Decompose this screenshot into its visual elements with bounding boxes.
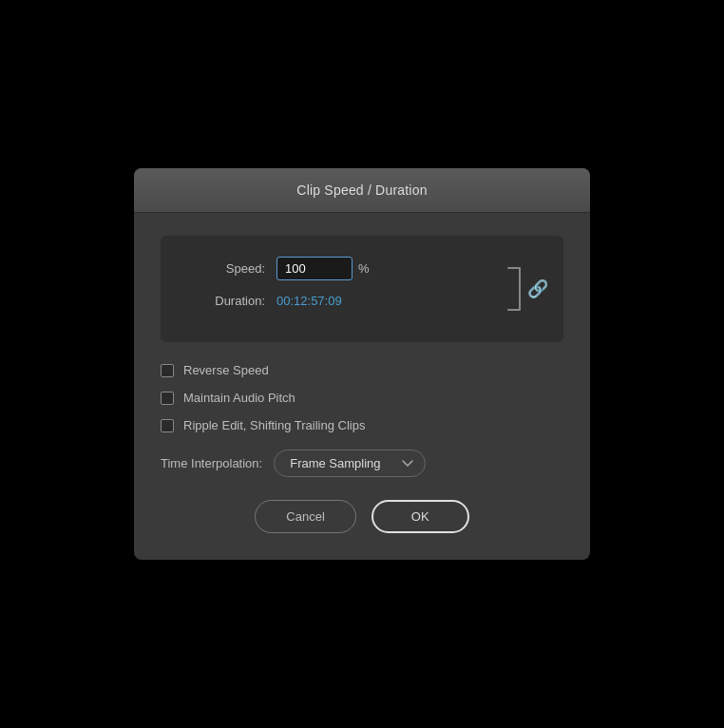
link-bracket-container: 🔗 <box>505 264 548 314</box>
reverse-speed-label: Reverse Speed <box>183 363 269 377</box>
reverse-speed-row: Reverse Speed <box>161 363 563 377</box>
dialog-title: Clip Speed / Duration <box>296 182 427 198</box>
percent-symbol: % <box>358 261 370 276</box>
interpolation-label: Time Interpolation: <box>161 456 262 470</box>
ok-button[interactable]: OK <box>372 500 469 533</box>
duration-row: Duration: 00:12:57:09 <box>180 294 544 308</box>
speed-label: Speed: <box>180 261 265 276</box>
speed-row: Speed: % <box>180 257 544 280</box>
maintain-audio-row: Maintain Audio Pitch <box>161 391 563 405</box>
speed-input[interactable] <box>276 257 352 280</box>
bracket-icon <box>505 264 524 314</box>
ripple-edit-row: Ripple Edit, Shifting Trailing Clips <box>161 418 563 432</box>
dialog-titlebar: Clip Speed / Duration <box>134 168 590 213</box>
reverse-speed-checkbox[interactable] <box>161 364 174 377</box>
ripple-edit-checkbox[interactable] <box>161 419 174 432</box>
button-row: Cancel OK <box>161 500 563 533</box>
duration-label: Duration: <box>180 294 265 308</box>
dialog-body: Speed: % Duration: 00:12:57:09 🔗 Reverse… <box>134 213 590 560</box>
interpolation-select[interactable]: Frame Blending Frame Sampling Optical Fl… <box>274 450 426 477</box>
cancel-button[interactable]: Cancel <box>255 500 355 533</box>
ripple-edit-label: Ripple Edit, Shifting Trailing Clips <box>183 418 365 432</box>
maintain-audio-label: Maintain Audio Pitch <box>183 391 295 405</box>
interpolation-row: Time Interpolation: Frame Blending Frame… <box>161 450 563 477</box>
clip-speed-duration-dialog: Clip Speed / Duration Speed: % Duration:… <box>134 168 590 560</box>
speed-duration-box: Speed: % Duration: 00:12:57:09 🔗 <box>161 236 563 342</box>
duration-value: 00:12:57:09 <box>276 294 342 308</box>
link-icon[interactable]: 🔗 <box>527 278 548 299</box>
maintain-audio-checkbox[interactable] <box>161 392 174 405</box>
